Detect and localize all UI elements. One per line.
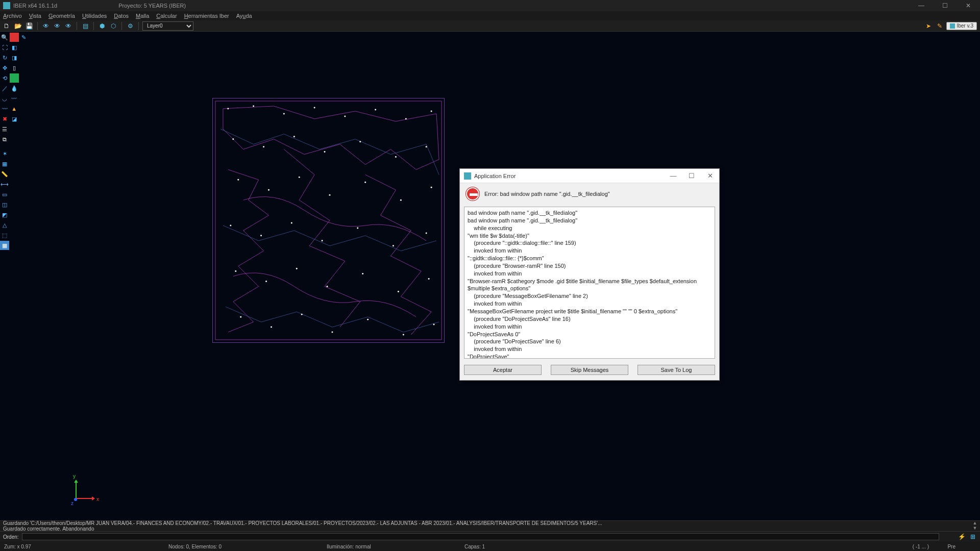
main-viewport[interactable]: 🔍 ⛶ ↻ ✥ ⟲ ／ ◡ 〰 ✖ ☰ ⧉ ✶ ▦ 📏 ⟷ ▭ ◫ ◩ △ ⬚ …	[0, 32, 980, 521]
view-icon-1[interactable]: 👁	[41, 21, 51, 31]
dim-icon[interactable]: ⟷	[0, 180, 9, 189]
top-toolbar: 🗋 📂 💾 👁 👁 👁 ▤ ⬢ ⬡ ⚙ Layer0 ➤ ✎ Iber v.3	[0, 20, 980, 32]
arrow-icon[interactable]: ➤	[924, 21, 933, 31]
select-rect-icon[interactable]: ▭	[0, 190, 9, 199]
rotate-icon[interactable]: ↻	[0, 53, 9, 62]
pen-icon[interactable]: ✎	[19, 33, 28, 42]
dialog-title: Application Error	[474, 173, 516, 179]
open-file-icon[interactable]: 📂	[13, 21, 22, 31]
svg-point-25	[322, 240, 323, 241]
grid-icon[interactable]: ▦	[0, 159, 9, 168]
status-coordinates: ( -1 ... )	[913, 544, 929, 549]
snap-icon[interactable]: ✶	[0, 149, 9, 158]
dialog-close-button[interactable]: ✕	[701, 169, 719, 183]
close-button[interactable]: ✕	[957, 0, 980, 11]
left-toolbars: 🔍 ⛶ ↻ ✥ ⟲ ／ ◡ 〰 ✖ ☰ ⧉ ✶ ▦ 📏 ⟷ ▭ ◫ ◩ △ ⬚ …	[0, 32, 29, 521]
iber-version-badge[interactable]: Iber v.3	[946, 22, 977, 30]
menu-geometria[interactable]: Geometría	[48, 13, 75, 19]
layer-toggle-icon[interactable]: ◪	[10, 114, 19, 123]
save-to-log-button[interactable]: Save To Log	[638, 365, 715, 375]
dialog-minimize-button[interactable]: —	[664, 169, 682, 183]
menu-vista[interactable]: Vista	[29, 13, 41, 19]
svg-point-27	[393, 245, 394, 246]
list-icon[interactable]: ☰	[0, 124, 9, 134]
svg-point-42	[433, 324, 435, 325]
delete-icon[interactable]: ✖	[0, 114, 9, 123]
tool-icon-b[interactable]: ⬡	[109, 21, 118, 31]
svg-point-11	[324, 151, 326, 153]
accept-button[interactable]: Aceptar	[464, 365, 542, 375]
app-icon	[3, 2, 10, 9]
redraw-icon[interactable]: ⟲	[0, 73, 9, 83]
water-icon[interactable]: 💧	[10, 84, 19, 93]
command-input[interactable]	[22, 533, 939, 540]
grid-toggle-icon[interactable]: ⊞	[969, 533, 977, 541]
svg-point-0	[227, 108, 229, 109]
tool-misc-2[interactable]: ◩	[0, 210, 9, 219]
menu-utilidades[interactable]: Utilidades	[82, 13, 107, 19]
svg-point-37	[271, 327, 272, 328]
dialog-titlebar[interactable]: Application Error — ☐ ✕	[460, 169, 719, 183]
title-bar: IBER x64 16.1.1d Proyecto: 5 YEARS (IBER…	[0, 0, 980, 11]
polyline-icon[interactable]: 〰	[0, 104, 9, 113]
skip-messages-button[interactable]: Skip Messages	[551, 365, 628, 375]
minimize-button[interactable]: —	[910, 0, 933, 11]
tool-icon-a[interactable]: ⬢	[97, 21, 107, 31]
maximize-button[interactable]: ☐	[933, 0, 957, 11]
layer-select[interactable]: Layer0	[142, 21, 193, 31]
tool-misc-4[interactable]: ⬚	[0, 231, 9, 240]
line-icon[interactable]: ／	[0, 84, 9, 93]
svg-point-15	[237, 179, 239, 181]
svg-point-18	[329, 194, 330, 196]
red-tool-icon[interactable]	[10, 33, 19, 42]
lightning-icon[interactable]: ⚡	[958, 533, 966, 541]
new-file-icon[interactable]: 🗋	[2, 21, 11, 31]
menu-ayuda[interactable]: Ayuda	[236, 13, 252, 19]
gear-icon[interactable]: ⚙	[126, 21, 135, 31]
menu-bar: Archivo Vista Geometría Utilidades Datos…	[0, 11, 980, 20]
zoom-tool-icon[interactable]: 🔍	[0, 33, 9, 42]
menu-malla[interactable]: Malla	[136, 13, 149, 19]
status-mode: Pre	[947, 544, 955, 549]
run-icon[interactable]	[10, 73, 19, 83]
menu-herramientas[interactable]: Herramientas Iber	[184, 13, 229, 19]
axis-x-label: x	[96, 496, 99, 502]
prop-icon-1[interactable]: ◧	[10, 43, 19, 52]
svg-point-4	[344, 115, 346, 117]
log-line-2: Guardado correctamente. Abandonando	[3, 526, 977, 532]
copy-icon[interactable]: ⧉	[0, 135, 9, 144]
svg-point-8	[232, 138, 234, 140]
flow-icon[interactable]: 〰	[10, 94, 19, 103]
pan-icon[interactable]: ✥	[0, 63, 9, 72]
menu-archivo[interactable]: Archivo	[3, 13, 22, 19]
axis-y-label: y	[73, 473, 76, 479]
view-icon-3[interactable]: 👁	[64, 21, 73, 31]
iber-logo-icon	[950, 23, 955, 29]
mesh-icon[interactable]: ▦	[0, 241, 9, 250]
save-icon[interactable]: 💾	[24, 21, 34, 31]
arc-icon[interactable]: ◡	[0, 94, 9, 103]
zoom-extents-icon[interactable]: ⛶	[0, 43, 9, 52]
log-scroll-down-icon[interactable]: ▼	[973, 526, 977, 531]
menu-calcular[interactable]: Calcular	[156, 13, 177, 19]
svg-point-7	[431, 110, 432, 112]
dialog-maximize-button[interactable]: ☐	[682, 169, 701, 183]
view-icon-2[interactable]: 👁	[53, 21, 62, 31]
tool-misc-1[interactable]: ◫	[0, 200, 9, 209]
fire-icon[interactable]: ▲	[10, 104, 19, 113]
tool-misc-3[interactable]: △	[0, 220, 9, 230]
svg-point-6	[405, 118, 407, 119]
menu-datos[interactable]: Datos	[114, 13, 129, 19]
measure-icon[interactable]: 📏	[0, 169, 9, 179]
svg-point-34	[398, 291, 399, 292]
layers-icon[interactable]: ▤	[81, 21, 90, 31]
prop-icon-2[interactable]: ◨	[10, 53, 19, 62]
sheet-icon[interactable]: ▯	[10, 63, 19, 72]
error-icon	[466, 187, 479, 201]
command-panel: Orden: ⚡ ⊞	[0, 532, 980, 542]
iber-version-text: Iber v.3	[957, 23, 973, 29]
error-trace[interactable]: bad window path name ".gid.__tk_filedial…	[464, 207, 715, 359]
brush-icon[interactable]: ✎	[935, 21, 944, 31]
svg-point-40	[367, 319, 369, 320]
svg-point-33	[362, 273, 363, 274]
